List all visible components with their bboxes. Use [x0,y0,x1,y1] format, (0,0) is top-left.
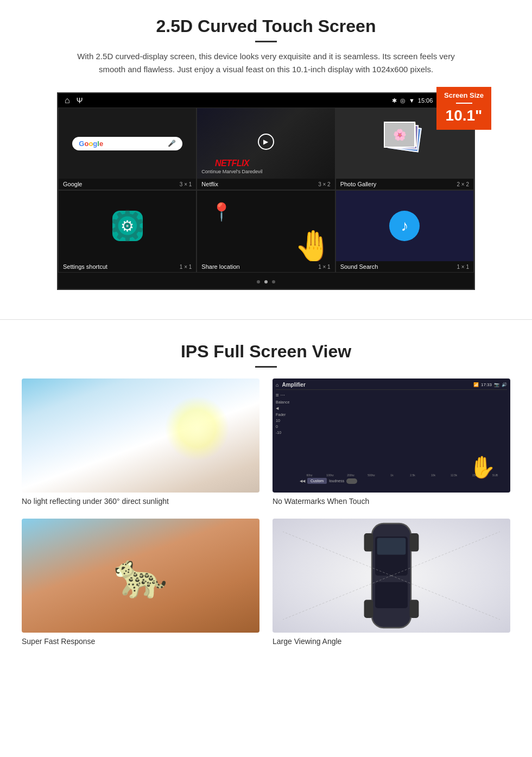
netflix-logo-area: NETFLIX Continue Marvel's Daredevil [201,159,262,174]
share-location-label-name: Share location [201,263,239,270]
hand-pointing-icon: 🤚 [294,228,332,261]
car-caption: Large Viewing Angle [273,637,510,646]
sound-search-label-size: 1 × 1 [457,264,469,270]
settings-label-name: Settings shortcut [63,263,107,270]
amp-body: ≡ ··· Balance ◀ Fader 10 0 -10 [276,392,507,485]
amp-sliders: 60hz 100hz [297,392,507,485]
amp-time: 17:33 [481,382,492,387]
photo-gallery-label-name: Photo Gallery [340,181,377,187]
settings-thumbnail: ⚙ ⚙ [59,191,196,261]
sound-search-label-name: Sound Search [340,263,378,270]
section2-divider [255,366,277,368]
android-screen: ⌂ Ψ ✱ ◎ ▼ 15:06 ⊙ ◁) ⊠ ▭ [57,92,475,290]
google-app-cell[interactable]: Google 🎤 Google 3 × 1 [58,108,197,190]
feature-grid: No light reflecting under 360° direct su… [22,379,510,646]
dot-3 [272,280,275,283]
time-display: 15:06 [418,97,433,104]
netflix-subtitle: Continue Marvel's Daredevil [201,169,262,174]
settings-bg-icon: ⚙ [108,201,147,251]
amplifier-screen: ⌂ Amplifier 📶 17:33 📷 🔊 ≡ ··· [273,379,510,493]
flower-icon: 🌸 [393,128,407,141]
car-topview [273,519,510,633]
home-icon: ⌂ [65,96,70,105]
google-label-name: Google [63,181,82,187]
netflix-thumbnail: ▶ NETFLIX Continue Marvel's Daredevil [197,108,334,179]
sound-search-label: Sound Search 1 × 1 [336,261,473,272]
amp-volume-icon: 🔊 [502,382,507,387]
dot-2 [264,280,268,283]
share-location-label-size: 1 × 1 [318,264,331,270]
amp-camera-icon: 📷 [494,382,499,387]
netflix-app-cell[interactable]: ▶ NETFLIX Continue Marvel's Daredevil Ne… [197,108,335,190]
svg-line-11 [391,576,500,620]
curved-screen-section: 2.5D Curved Touch Screen With 2.5D curve… [0,0,532,303]
google-search-bar: Google 🎤 [72,137,182,150]
settings-label-size: 1 × 1 [180,264,192,270]
section1-title: 2.5D Curved Touch Screen [33,16,499,36]
sound-icon-bg: ♪ [389,211,420,241]
watermark-feature: ⌂ Amplifier 📶 17:33 📷 🔊 ≡ ··· [273,379,510,506]
badge-label: Screen Size [444,91,484,100]
cheetah-icon: 🐆 [113,550,168,601]
signal-icon: ▼ [409,97,415,104]
badge-divider [456,103,472,104]
netflix-app-label: Netflix 3 × 2 [197,179,334,190]
share-location-label: Share location 1 × 1 [197,261,334,272]
pagination-dots [58,273,474,289]
amp-slider-1k: 1k [382,472,402,477]
sky-background [22,379,259,493]
screen-wrapper: Screen Size 10.1" ⌂ Ψ ✱ ◎ ▼ 15:06 ⊙ ◁) ⊠ [57,92,475,290]
amp-left-labels: ≡ ··· Balance ◀ Fader 10 0 -10 [276,392,297,485]
microphone-icon: 🎤 [168,140,176,147]
watermark-caption: No Watermarks When Touch [273,497,510,506]
share-location-app-cell[interactable]: 📍 🤚 Share location 1 × 1 [197,190,335,273]
badge-size: 10.1" [444,106,484,125]
section1-description: With 2.5D curved-display screen, this de… [76,50,456,76]
status-bar: ⌂ Ψ ✱ ◎ ▼ 15:06 ⊙ ◁) ⊠ ▭ [58,93,474,108]
section2-title: IPS Full Screen View [22,342,510,362]
dot-1 [257,280,260,283]
cheetah-feature: 🐆 Super Fast Response [22,519,259,646]
amp-slider-500hz: 500hz [362,472,381,477]
svg-line-8 [283,532,391,576]
photo-gallery-label: Photo Gallery 2 × 2 [336,179,473,190]
svg-line-10 [283,576,391,620]
amp-wifi-icon: 📶 [473,382,479,387]
amp-custom-button[interactable]: Custom [307,478,327,484]
amp-slider-10k: 10k [423,472,443,477]
car-feature: Large Viewing Angle [273,519,510,646]
svg-line-9 [391,532,500,576]
amp-toggle-switch[interactable] [346,478,357,484]
amp-loudness-label: loudness [329,479,344,483]
photo-gallery-label-size: 2 × 2 [457,181,469,187]
amp-home-icon: ⌂ [276,382,278,388]
google-label-size: 3 × 1 [180,181,192,187]
google-app-label: Google 3 × 1 [59,179,196,190]
amp-header: ⌂ Amplifier 📶 17:33 📷 🔊 [276,382,507,390]
sound-search-thumbnail: ♪ [336,191,473,261]
maps-pin-icon: 📍 [211,201,232,222]
settings-app-label: Settings shortcut 1 × 1 [59,261,196,272]
ips-section: IPS Full Screen View No light reflecting… [0,336,532,662]
netflix-label-name: Netflix [201,181,218,187]
amp-sliders-area: 60hz 100hz [297,392,507,485]
google-logo: Google [79,140,103,148]
amp-eq-icon: ≡ ··· [276,392,297,398]
amp-back-btn: ◀◀ [300,479,305,483]
cheetah-image: 🐆 [22,519,259,633]
music-note-icon: ♪ [401,217,408,235]
netflix-play-button[interactable]: ▶ [258,134,274,150]
photo-card-main: 🌸 [384,122,415,148]
viewing-angle-overlay [273,519,510,633]
sound-search-app-cell[interactable]: ♪ Sound Search 1 × 1 [335,190,474,273]
settings-app-cell[interactable]: ⚙ ⚙ Settings shortcut 1 × 1 [58,190,197,273]
bluetooth-icon: ✱ [392,97,397,104]
amp-volume-label: ◀ [276,406,297,411]
app-grid-row1: Google 🎤 Google 3 × 1 ▶ [58,108,474,190]
car-image [273,519,510,633]
sun-glow [164,396,230,461]
netflix-label-size: 3 × 2 [318,181,331,187]
usb-icon: Ψ [77,96,83,105]
location-icon: ◎ [400,97,406,104]
amp-slider-200hz: 200hz [341,472,360,477]
